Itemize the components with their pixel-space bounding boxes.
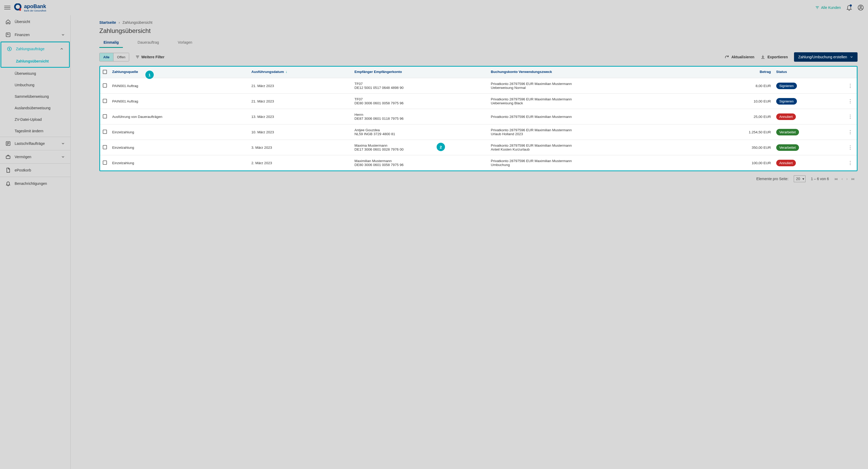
cell-amount: 1.254,50 EUR: [705, 124, 773, 140]
row-actions-button[interactable]: ⋮: [846, 145, 854, 150]
table-row[interactable]: Einzelzahlung10. März 2023Antjee Gouzdea…: [100, 124, 857, 140]
nav-sub-label: Zahlungsübersicht: [16, 59, 49, 63]
select-all-checkbox[interactable]: [103, 70, 107, 74]
download-icon: [761, 55, 765, 59]
finance-icon: [5, 32, 11, 38]
pagination-range: 1 – 6 von 6: [811, 177, 829, 181]
nav-sub-auslandsueberweisung[interactable]: Auslandsüberweisung: [0, 102, 70, 114]
tab-vorlagen[interactable]: Vorlagen: [174, 38, 196, 48]
cell-source: Einzelzahlung: [110, 140, 249, 155]
nav-finanzen[interactable]: Finanzen: [0, 28, 70, 41]
app-header: apoBank Bank der Gesundheit Alle Kunden: [0, 0, 868, 15]
row-actions-button[interactable]: ⋮: [846, 129, 854, 135]
notifications-button[interactable]: [846, 4, 852, 11]
nav-sub-umbuchung[interactable]: Umbuchung: [0, 79, 70, 91]
status-badge: Signieren: [776, 98, 797, 104]
more-filters-button[interactable]: Weitere Filter: [135, 55, 164, 59]
status-badge: Annuliert: [776, 114, 796, 120]
last-page-button[interactable]: ⏭: [851, 177, 855, 181]
row-checkbox[interactable]: [103, 114, 107, 118]
cell-booking: Privatkonto 28797596 EUR Maximilian Must…: [488, 94, 705, 109]
annotation-marker-2: 2: [437, 143, 445, 151]
table-row[interactable]: Ausführung von Daueraufträgen13. März 20…: [100, 109, 857, 124]
nav-vermoegen[interactable]: Vermögen: [0, 150, 70, 164]
brand-logo[interactable]: apoBank Bank der Gesundheit: [13, 3, 46, 12]
th-exec-date[interactable]: Ausführungsdatum ↓: [249, 67, 352, 78]
tab-einmalig[interactable]: Einmalig: [99, 38, 123, 48]
cell-amount: 10,00 EUR: [705, 94, 773, 109]
cell-status: Annuliert: [774, 155, 844, 171]
row-actions-button[interactable]: ⋮: [846, 99, 854, 104]
cell-booking: Privatkonto 28797596 EUR Maximilian Must…: [488, 140, 705, 155]
nav-sub-zahlungsuebersicht[interactable]: Zahlungsübersicht: [1, 55, 69, 67]
row-checkbox[interactable]: [103, 84, 107, 88]
export-button[interactable]: Exportieren: [761, 55, 788, 59]
th-booking[interactable]: Buchungskonto Verwendungszweck: [488, 67, 705, 78]
refresh-button[interactable]: Aktualisieren: [724, 55, 754, 59]
per-page-label: Elemente pro Seite:: [756, 177, 788, 181]
nav-sub-tageslimit[interactable]: Tageslimit ändern: [0, 125, 70, 137]
nav-benachrichtigungen[interactable]: Benachrichtigungen: [0, 177, 70, 190]
row-actions-button[interactable]: ⋮: [846, 160, 854, 165]
th-recipient[interactable]: Empfänger Empfängerkonto: [352, 67, 488, 78]
breadcrumb-home[interactable]: Startseite: [99, 21, 116, 25]
row-actions-button[interactable]: ⋮: [846, 83, 854, 88]
cell-amount: 350,00 EUR: [705, 140, 773, 155]
first-page-button[interactable]: ⏮: [834, 177, 838, 181]
row-actions-button[interactable]: ⋮: [846, 114, 854, 119]
table-row[interactable]: Einzelzahlung2. März 2023Maximilian Must…: [100, 155, 857, 171]
list-icon: [5, 140, 11, 147]
th-amount[interactable]: Betrag: [705, 67, 773, 78]
svg-point-3: [860, 6, 862, 8]
nav-vermoegen-label: Vermögen: [14, 155, 31, 159]
brand-tagline: Bank der Gesundheit: [24, 9, 46, 12]
nav-epostkorb[interactable]: ePostkorb: [0, 164, 70, 177]
status-badge: Annuliert: [776, 160, 796, 166]
table-row[interactable]: PAIN001 Auftrag21. März 2023TF07DE80 300…: [100, 94, 857, 109]
row-checkbox[interactable]: [103, 130, 107, 134]
row-checkbox[interactable]: [103, 160, 107, 165]
cell-date: 21. März 2023: [249, 78, 352, 94]
table-row[interactable]: PAIN001 Auftrag21. März 2023TF07DE12 500…: [100, 78, 857, 94]
row-checkbox[interactable]: [103, 145, 107, 149]
briefcase-icon: [5, 154, 11, 160]
notification-dot: [850, 4, 852, 6]
status-badge: Signieren: [776, 83, 797, 89]
chevron-up-icon: [60, 47, 64, 51]
cell-source: PAIN001 Auftrag: [110, 78, 249, 94]
cell-recipient: TF07DE12 5001 0517 0648 4898 90: [352, 78, 488, 94]
nav-sub-sammelueberweisung[interactable]: Sammelüberweisung: [0, 91, 70, 102]
filter-toggle-all[interactable]: Alle: [100, 53, 113, 61]
create-payment-button[interactable]: Zahlung/Umbuchung erstellen: [794, 52, 858, 62]
nav-zahlungsauftraege[interactable]: Zahlungsaufträge: [1, 42, 69, 55]
nav-epostkorb-label: ePostkorb: [14, 168, 31, 172]
hamburger-menu-button[interactable]: [4, 4, 10, 11]
nav-lastschrift[interactable]: Lastschriftaufträge: [0, 137, 70, 150]
brand-name: apoBank: [24, 3, 46, 9]
th-source[interactable]: Zahlungsquelle: [110, 67, 249, 78]
cell-booking: Privatkonto 28797596 EUR Maximilian Must…: [488, 78, 705, 94]
table-row[interactable]: Einzelzahlung3. März 2023Maxima Musterma…: [100, 140, 857, 155]
page-title: Zahlungsübersicht: [99, 27, 858, 34]
nav-sub-zv-datei-upload[interactable]: ZV-Datei-Upload: [0, 114, 70, 125]
per-page-select[interactable]: 20 ▾: [794, 176, 806, 182]
cell-recipient: HerrnDE87 3006 0601 0118 7975 96: [352, 109, 488, 124]
prev-page-button[interactable]: ‹: [842, 177, 843, 181]
nav-zahlungsauftraege-label: Zahlungsaufträge: [16, 47, 44, 51]
row-checkbox[interactable]: [103, 99, 107, 103]
nav-overview[interactable]: Übersicht: [0, 15, 70, 28]
cell-source: PAIN001 Auftrag: [110, 94, 249, 109]
nav-overview-label: Übersicht: [14, 20, 30, 24]
nav-sub-ueberweisung[interactable]: Überweisung: [0, 68, 70, 79]
tab-dauerauftrag[interactable]: Dauerauftrag: [133, 38, 163, 48]
chevron-right-icon: ›: [119, 21, 120, 25]
customer-filter-button[interactable]: Alle Kunden: [815, 5, 841, 10]
profile-button[interactable]: [858, 4, 864, 11]
next-page-button[interactable]: ›: [846, 177, 847, 181]
filter-icon: [135, 55, 140, 59]
payment-icon: [6, 46, 12, 52]
cell-date: 21. März 2023: [249, 94, 352, 109]
filter-toggle-open[interactable]: Offen: [113, 53, 129, 61]
sort-desc-icon: ↓: [285, 70, 287, 74]
th-status[interactable]: Status: [774, 67, 844, 78]
